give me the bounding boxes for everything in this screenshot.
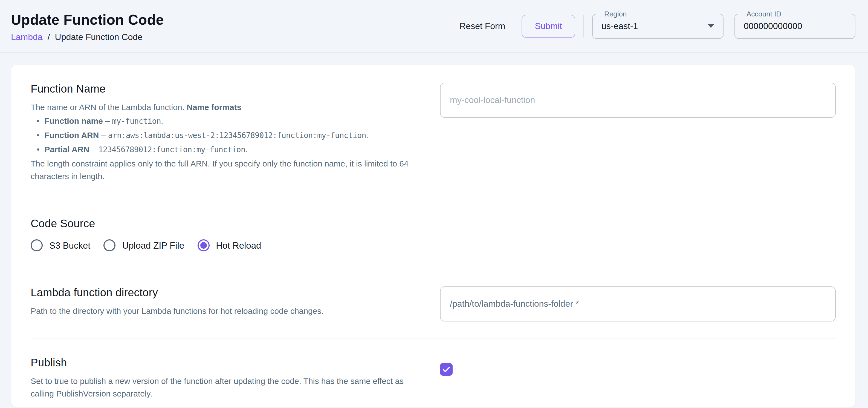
account-id-label: Account ID [743,9,784,18]
form-card: Function Name The name or ARN of the Lam… [11,65,856,407]
app-viewport: Update Function Code Lambda / Update Fun… [0,0,868,408]
breadcrumb-current: Update Function Code [55,32,143,42]
account-id-input[interactable] [744,21,847,31]
radio-hot-reload[interactable]: Hot Reload [197,239,261,251]
directory-heading: Lambda function directory [31,286,427,299]
region-select-label: Region [601,9,630,18]
account-id-field: Account ID [735,13,856,39]
function-name-desc-intro: The name or ARN of the Lambda function. [31,103,187,112]
publish-description: Set to true to publish a new version of … [31,375,427,400]
directory-input[interactable] [440,286,836,321]
publish-checkbox[interactable] [440,363,453,376]
header-title-block: Update Function Code Lambda / Update Fun… [11,10,164,42]
directory-info: Lambda function directory Path to the di… [31,286,427,321]
radio-upload-zip-file[interactable]: Upload ZIP File [103,239,184,251]
list-item: Function ARN – arn:aws:lambda:us-west-2:… [31,128,427,142]
name-format-list: Function name – my-function. Function AR… [31,114,427,157]
checkmark-icon [442,365,451,374]
function-name-description: The name or ARN of the Lambda function. … [31,101,427,182]
section-function-name: Function Name The name or ARN of the Lam… [31,65,836,199]
region-select[interactable]: Region us-east-1 [592,13,723,39]
function-name-input[interactable] [440,83,836,118]
function-name-desc-outro: The length constraint applies only to th… [31,159,408,181]
page-body: Function Name The name or ARN of the Lam… [0,53,868,407]
directory-description: Path to the directory with your Lambda f… [31,304,427,317]
breadcrumb-separator: / [48,32,50,42]
submit-button[interactable]: Submit [522,14,575,37]
code-source-heading: Code Source [31,217,836,230]
radio-icon [197,239,209,251]
function-name-field-column [440,83,836,182]
chevron-down-icon [708,24,714,28]
radio-label: S3 Bucket [49,240,90,251]
list-item: Partial ARN – 123456789012:function:my-f… [31,142,427,157]
region-selected-value: us-east-1 [601,21,638,31]
function-name-heading: Function Name [31,83,427,95]
section-directory: Lambda function directory Path to the di… [31,268,836,338]
publish-info: Publish Set to true to publish a new ver… [31,356,427,400]
code-source-radio-group: S3 Bucket Upload ZIP File Hot Reload [31,239,836,251]
list-item: Function name – my-function. [31,114,427,128]
directory-field-column [440,286,836,321]
publish-field-column [440,356,836,400]
header-divider [583,15,584,37]
radio-label: Upload ZIP File [122,240,184,251]
publish-heading: Publish [31,356,427,369]
radio-s3-bucket[interactable]: S3 Bucket [31,239,90,251]
header-actions: Reset Form Submit Region us-east-1 Accou… [450,13,856,39]
section-publish: Publish Set to true to publish a new ver… [31,338,836,407]
reset-form-button[interactable]: Reset Form [450,16,515,36]
page-title: Update Function Code [11,11,164,28]
radio-label: Hot Reload [216,240,261,251]
function-name-desc-bold: Name formats [187,103,241,112]
breadcrumb-lambda-link[interactable]: Lambda [11,32,43,42]
section-code-source: Code Source S3 Bucket Upload ZIP File Ho… [31,199,836,268]
radio-icon [31,239,43,251]
breadcrumb: Lambda / Update Function Code [11,32,164,42]
radio-icon [103,239,116,251]
function-name-info: Function Name The name or ARN of the Lam… [31,83,427,182]
page-header: Update Function Code Lambda / Update Fun… [0,0,868,53]
